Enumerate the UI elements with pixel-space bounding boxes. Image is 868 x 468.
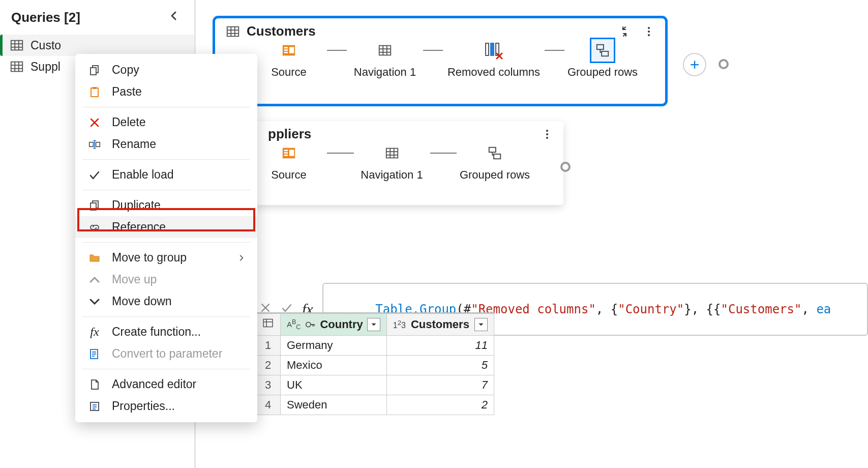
x-icon	[259, 302, 272, 314]
svg-rect-23	[379, 46, 391, 55]
parameter-icon	[88, 348, 101, 360]
collapse-sidebar-button[interactable]	[168, 9, 180, 25]
fx-icon: fx	[90, 325, 99, 339]
svg-rect-0	[11, 41, 23, 50]
data-preview-table: ABC Country 123 Customers	[255, 312, 494, 415]
step-grouped-rows[interactable]: Grouped rows	[457, 142, 533, 182]
table-icon	[225, 24, 241, 39]
column-header-customers[interactable]: 123 Customers	[386, 314, 494, 336]
svg-rect-28	[486, 43, 489, 55]
number-type-icon: 123	[393, 319, 406, 330]
query-output-node[interactable]	[719, 59, 729, 69]
svg-point-35	[546, 137, 548, 139]
column-header-country[interactable]: ABC Country	[281, 314, 387, 336]
add-step-button[interactable]: +	[683, 53, 706, 76]
step-source[interactable]: Source	[251, 142, 327, 182]
ctx-paste[interactable]: Paste	[75, 81, 257, 103]
step-navigation[interactable]: Navigation 1	[347, 39, 423, 79]
query-item-label: Suppl	[31, 60, 61, 74]
svg-rect-19	[284, 47, 288, 48]
svg-point-51	[306, 322, 311, 327]
ctx-advanced-editor[interactable]: Advanced editor	[75, 373, 257, 395]
ctx-enable-load[interactable]: Enable load	[75, 164, 257, 186]
copy-icon	[88, 64, 101, 76]
x-icon	[88, 116, 101, 129]
svg-point-16	[648, 31, 650, 33]
chevron-left-icon	[168, 10, 180, 22]
svg-rect-41	[386, 149, 398, 158]
ctx-properties[interactable]: Properties...	[75, 395, 257, 417]
text-type-icon: ABC	[287, 318, 301, 331]
properties-icon	[88, 400, 101, 413]
svg-rect-37	[284, 150, 288, 151]
ctx-move-to-group[interactable]: Move to group	[75, 247, 257, 269]
step-grouped-rows[interactable]: Grouped rows	[564, 39, 641, 79]
ctx-convert-to-parameter: Convert to parameter	[75, 343, 257, 365]
svg-rect-31	[597, 45, 604, 49]
caret-down-icon	[370, 321, 377, 328]
svg-rect-29	[491, 43, 494, 55]
folder-icon	[88, 252, 101, 264]
ctx-reference[interactable]: Reference	[75, 216, 257, 238]
svg-rect-62	[91, 203, 96, 210]
paste-icon	[88, 86, 101, 98]
more-vertical-icon[interactable]	[541, 128, 553, 140]
query-output-node[interactable]	[560, 162, 571, 172]
svg-rect-57	[96, 142, 100, 147]
link-icon	[88, 221, 101, 233]
ctx-create-function[interactable]: fx Create function...	[75, 321, 257, 343]
svg-rect-20	[284, 49, 288, 51]
column-filter-dropdown[interactable]	[474, 318, 488, 331]
table-row[interactable]: 2 Mexico 5	[256, 356, 494, 375]
svg-rect-21	[284, 52, 288, 53]
datasource-icon	[281, 145, 296, 161]
svg-rect-48	[263, 319, 273, 327]
table-row[interactable]: 3 UK 7	[256, 375, 494, 395]
check-icon	[88, 169, 101, 181]
step-source[interactable]: Source	[251, 39, 327, 79]
ctx-delete[interactable]: Delete	[75, 111, 257, 133]
card-title: Customers	[247, 23, 618, 39]
caret-down-icon	[477, 321, 485, 328]
svg-point-33	[546, 130, 548, 132]
svg-rect-39	[284, 155, 288, 156]
table-icon	[9, 38, 24, 53]
query-item-label: Custo	[31, 39, 61, 52]
svg-rect-55	[93, 87, 97, 89]
svg-rect-47	[494, 154, 500, 159]
table-icon	[262, 317, 274, 329]
svg-point-15	[648, 27, 650, 29]
chevron-right-icon	[238, 254, 245, 261]
ctx-rename[interactable]: Rename	[75, 133, 257, 155]
collapse-diagonal-icon[interactable]	[618, 25, 631, 38]
query-item-customers[interactable]: Custo	[0, 35, 194, 56]
ctx-move-down[interactable]: Move down	[75, 290, 257, 312]
table-icon	[9, 59, 24, 74]
queries-pane-title: Queries [2]	[11, 10, 80, 25]
svg-point-34	[546, 133, 548, 135]
svg-rect-40	[289, 150, 294, 156]
svg-rect-46	[489, 148, 496, 152]
document-icon	[88, 378, 101, 391]
more-vertical-icon[interactable]	[643, 25, 655, 38]
svg-rect-38	[284, 152, 288, 154]
table-row[interactable]: 1 Germany 11	[256, 336, 494, 356]
table-icon	[384, 145, 400, 161]
copy-icon	[88, 199, 101, 212]
step-navigation[interactable]: Navigation 1	[354, 142, 430, 182]
column-filter-dropdown[interactable]	[367, 318, 380, 331]
table-row[interactable]: 4 Sweden 2	[256, 395, 494, 415]
chevron-up-icon	[88, 274, 101, 286]
card-title: ppliers	[268, 126, 541, 142]
svg-rect-10	[227, 26, 239, 36]
step-removed-columns[interactable]: Removed columns	[443, 39, 545, 79]
group-rows-icon	[595, 43, 610, 58]
table-corner[interactable]	[256, 314, 281, 336]
datasource-icon	[281, 43, 296, 58]
ctx-duplicate[interactable]: Duplicate	[75, 194, 257, 216]
query-card-suppliers[interactable]: ppliers Source Navigation 1	[215, 121, 563, 205]
query-card-customers[interactable]: Customers Source Navigation 1	[215, 18, 665, 104]
ctx-copy[interactable]: Copy	[75, 59, 257, 81]
table-icon	[377, 43, 393, 58]
key-icon	[305, 319, 316, 330]
